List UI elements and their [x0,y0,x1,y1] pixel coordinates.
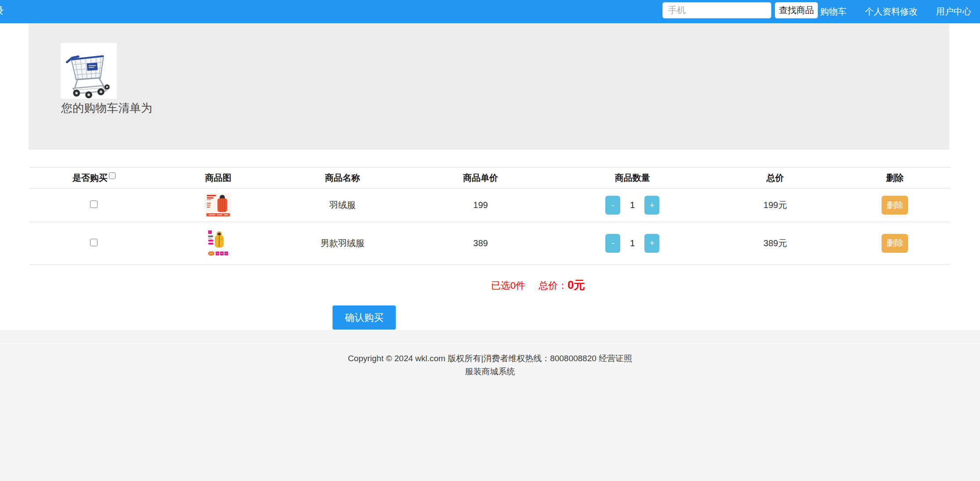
row-select-checkbox[interactable] [90,201,98,208]
svg-text:399: 399 [209,252,214,255]
header-unit-price: 商品单价 [407,168,554,189]
product-name: 羽绒服 [278,189,407,222]
product-total-price: 389元 [711,222,839,265]
shopping-cart-image [61,43,117,99]
product-total-price: 199元 [711,189,839,222]
footer-divider [0,341,980,341]
cart-list-caption: 您的购物车清单为 [61,101,152,116]
select-all-checkbox[interactable] [109,172,116,179]
page-footer: Copyright © 2024 wkl.com 版权所有|消费者维权热线：80… [0,330,980,481]
footer-line2: 服装商城系统 [0,365,980,378]
selected-count: 已选0件 [491,280,525,291]
cart-jumbotron: 您的购物车清单为 [29,23,949,150]
quantity-value: 1 [630,200,635,210]
decrease-quantity-button[interactable]: - [605,234,620,253]
delete-button[interactable]: 删除 [882,196,908,215]
total-price-value: 0元 [568,278,585,291]
cart-row-mens-down-jacket: 399 男款羽绒服 389 - 1 + 389元 删除 [29,222,950,265]
header-select: 是否购买 [29,168,158,189]
product-name: 男款羽绒服 [278,222,407,265]
quantity-stepper: - 1 + [605,196,659,215]
header-name: 商品名称 [278,168,407,189]
header-delete: 删除 [839,168,950,189]
navbar-links: 购物车 个人资料修改 用户中心 [820,0,971,23]
product-image-down-jacket [206,194,231,217]
row-select-checkbox[interactable] [90,239,98,246]
cart-row-down-jacket: 羽绒服 199 - 1 + 199元 删除 [29,189,950,222]
decrease-quantity-button[interactable]: - [605,196,620,215]
search-input[interactable] [662,2,771,18]
delete-button[interactable]: 删除 [882,234,908,253]
footer-line1: Copyright © 2024 wkl.com 版权所有|消费者维权热线：80… [0,352,980,365]
quantity-value: 1 [630,238,635,248]
confirm-purchase-button[interactable]: 确认购买 [333,305,396,330]
navbar-brand-cutoff[interactable]: 录 [0,5,4,17]
product-unit-price: 389 [407,222,554,265]
total-price-label: 总价： [539,280,568,291]
increase-quantity-button[interactable]: + [644,196,659,215]
header-total: 总价 [711,168,839,189]
search-products-button[interactable]: 查找商品 [775,2,818,18]
header-quantity: 商品数量 [554,168,711,189]
cart-table: 是否购买 商品图 商品名称 商品单价 商品数量 总价 删除 [29,167,950,265]
header-image: 商品图 [158,168,278,189]
product-image-mens-down-jacket: 399 [207,230,229,257]
product-unit-price: 199 [407,189,554,222]
nav-link-profile-edit[interactable]: 个人资料修改 [865,6,918,18]
header-select-label: 是否购买 [72,173,108,183]
footer-copyright: Copyright © 2024 wkl.com 版权所有|消费者维权热线：80… [0,352,980,378]
cart-table-header-row: 是否购买 商品图 商品名称 商品单价 商品数量 总价 删除 [29,168,950,189]
quantity-stepper: - 1 + [605,234,659,253]
cart-summary: 已选0件总价：0元 [29,277,950,293]
top-navbar: 录 查找商品 购物车 个人资料修改 用户中心 [0,0,980,23]
nav-link-user-center[interactable]: 用户中心 [936,6,971,18]
increase-quantity-button[interactable]: + [644,234,659,253]
nav-link-cart[interactable]: 购物车 [820,6,846,18]
